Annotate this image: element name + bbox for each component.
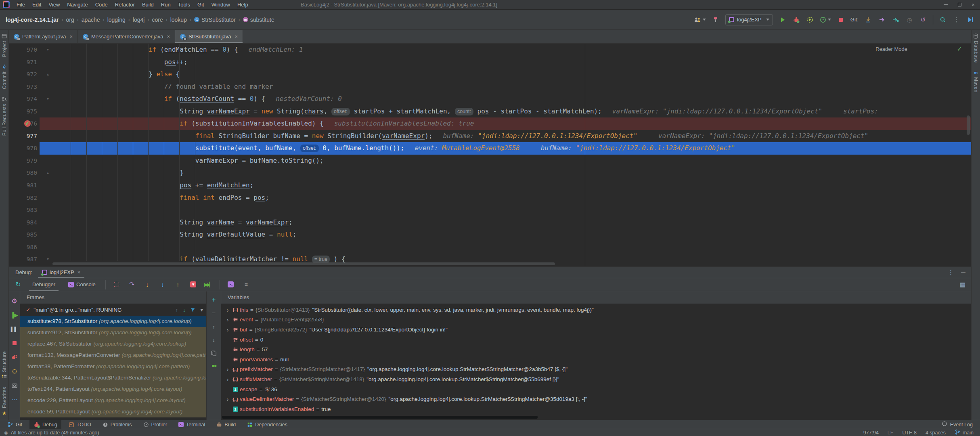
thread-dump-button[interactable] <box>10 381 19 390</box>
tab-debugger[interactable]: Debugger <box>29 278 59 291</box>
stop-button[interactable] <box>837 15 845 25</box>
remove-watch-button[interactable]: − <box>209 309 218 318</box>
drop-frame-button[interactable]: ▼ <box>189 280 198 289</box>
run-button[interactable] <box>779 15 787 25</box>
variable-row[interactable]: priorVariables=null <box>221 354 971 365</box>
code-line-984[interactable]: 984 String varName = varNameExpr; <box>9 216 971 229</box>
step-over-button[interactable]: ↷ <box>128 280 136 289</box>
menu-help[interactable]: Help <box>234 0 252 10</box>
toolwindow-button-git[interactable]: Git <box>3 420 26 429</box>
frame-row[interactable]: encode:229, PatternLayout (org.apache.lo… <box>20 395 206 406</box>
step-into-button[interactable]: ↓ <box>143 280 152 289</box>
sidebar-item-database[interactable]: Database <box>973 30 979 67</box>
build-project-button[interactable] <box>712 15 720 25</box>
code-line-978[interactable]: 978 substitute(event, bufName, offset: 0… <box>9 142 971 155</box>
history-button[interactable]: ◷ <box>905 15 913 25</box>
editor-vertical-scrollbar[interactable] <box>967 115 970 135</box>
breakpoint-icon[interactable] <box>24 120 31 127</box>
expand-arrow-icon[interactable]: › <box>224 306 231 313</box>
tab-console[interactable]: >_Console <box>65 278 99 291</box>
debug-button[interactable] <box>792 15 800 25</box>
menu-navigate[interactable]: Navigate <box>63 0 91 10</box>
event-log-button[interactable]: Event Log <box>942 421 980 428</box>
settings-button[interactable]: ⚙ <box>10 296 19 305</box>
fold-collapse-icon[interactable]: ▾ <box>47 93 49 105</box>
fold-collapse-icon[interactable]: ▾ <box>47 253 49 266</box>
code-editor[interactable]: 970▾ if (endMatchLen == 0) {endMatchLen:… <box>9 44 971 266</box>
code-line-980[interactable]: 980▴ } <box>9 167 971 179</box>
breadcrumb-item-strsubstitutor[interactable]: CStrSubstitutor <box>194 17 236 23</box>
update-project-button[interactable] <box>864 15 872 25</box>
inspection-ok-icon[interactable]: ✓ <box>957 45 962 53</box>
variable-row[interactable]: ›{..}valueDelimiterMatcher={StrMatcher$S… <box>221 394 971 404</box>
variable-row[interactable]: ›{..}this={StrSubstitutor@1413}"StrSubst… <box>221 305 971 315</box>
code-line-976[interactable]: 976 if (substitutionInVariablesEnabled) … <box>9 117 971 130</box>
tab-messagepatternconverter[interactable]: CMessagePatternConverter.java× <box>78 30 175 43</box>
debug-options-kebab-icon[interactable]: ⋮ <box>948 269 954 276</box>
window-maximize-button[interactable] <box>953 0 966 10</box>
breadcrumb-item-substitute[interactable]: msubstitute <box>243 17 274 23</box>
hide-tool-windows-button[interactable] <box>966 15 974 25</box>
encoding-widget[interactable]: UTF-8 <box>902 430 916 436</box>
variable-row[interactable]: ›{..}suffixMatcher={StrMatcher$StringMat… <box>221 374 971 384</box>
window-close-button[interactable]: × <box>966 0 980 10</box>
rollback-button[interactable]: ↺ <box>919 15 927 25</box>
frame-row[interactable]: substitute:912, StrSubstitutor (org.apac… <box>20 327 206 338</box>
breadcrumb-item-log4j[interactable]: log4j <box>133 17 145 23</box>
menu-file[interactable]: File <box>13 0 29 10</box>
code-line-971[interactable]: 971 pos++; <box>9 56 971 69</box>
variable-row[interactable]: 1escape='$' 36 <box>221 384 971 394</box>
more-actions-button[interactable]: ⋮ <box>953 15 961 25</box>
variable-row[interactable]: offset=0 <box>221 335 971 345</box>
rerun-debug-button[interactable]: ↻ <box>14 280 23 289</box>
search-everywhere-button[interactable] <box>939 15 947 25</box>
chevron-down-icon[interactable]: ▾ <box>200 307 203 313</box>
frame-row[interactable]: replace:467, StrSubstitutor (org.apache.… <box>20 338 206 350</box>
sidebar-item-project[interactable]: Project <box>2 30 7 61</box>
breadcrumb-item-lookup[interactable]: lookup <box>170 17 187 23</box>
layout-settings-icon[interactable]: ▦ <box>960 281 965 288</box>
code-line-979[interactable]: 979 varNameExpr = bufName.toString(); <box>9 155 971 167</box>
fold-expand-icon[interactable]: ▴ <box>47 167 49 179</box>
menu-refactor[interactable]: Refactor <box>111 0 138 10</box>
frame-row[interactable]: toText:244, PatternLayout (org.apache.lo… <box>20 384 206 395</box>
expand-arrow-icon[interactable]: › <box>224 396 231 402</box>
previous-occurrence-button[interactable]: ↑ <box>209 322 218 331</box>
commit-and-push-button[interactable] <box>892 15 900 25</box>
code-line-974[interactable]: 974▾ if (nestedVarCount == 0) {nestedVar… <box>9 93 971 105</box>
expand-arrow-icon[interactable]: › <box>224 326 231 333</box>
variable-row[interactable]: length=57 <box>221 344 971 354</box>
profiler-button[interactable] <box>820 15 831 25</box>
toolwindow-button-debug[interactable]: Debug <box>29 420 61 429</box>
code-line-982[interactable]: 982 final int endPos = pos; <box>9 192 971 204</box>
thread-selector[interactable]: ✓"main"@1 in gro..."main": RUNNING↑↓▾ <box>20 304 206 316</box>
hide-library-frames-icon[interactable] <box>190 307 195 313</box>
menu-code[interactable]: Code <box>92 0 111 10</box>
expand-arrow-icon[interactable]: › <box>224 376 231 383</box>
collaborators-button[interactable] <box>694 15 706 25</box>
menu-git[interactable]: Git <box>194 0 208 10</box>
close-icon[interactable]: × <box>167 34 170 40</box>
breadcrumb-item-apache[interactable]: apache <box>82 17 100 23</box>
variable-row[interactable]: ›buf={StringBuilder@2572}"User ${jndi:ld… <box>221 325 971 335</box>
run-to-cursor-button[interactable]: ▶▶▏ <box>204 280 213 289</box>
frame-row[interactable]: substitute:978, StrSubstitutor (org.apac… <box>20 316 206 327</box>
run-with-coverage-button[interactable] <box>806 15 814 25</box>
view-options-button[interactable]: ≡ <box>242 280 251 289</box>
toolwindow-button-build[interactable]: Build <box>212 420 240 429</box>
code-line-972[interactable]: 972▴ } else { <box>9 68 971 81</box>
line-ending-widget[interactable]: LF <box>888 430 894 436</box>
code-line-975[interactable]: 975 String varNameExpr = new String(char… <box>9 105 971 118</box>
sidebar-item-maven[interactable]: mMaven <box>973 67 979 96</box>
force-step-into-button[interactable]: ↓ <box>158 280 167 289</box>
variable-row[interactable]: ›{..}prefixMatcher={StrMatcher$StringMat… <box>221 365 971 375</box>
toolwindow-button-dependencies[interactable]: Dependencies <box>243 420 291 429</box>
push-button[interactable] <box>878 15 886 25</box>
sidebar-item-commit[interactable]: Commit <box>2 61 7 93</box>
window-minimize-button[interactable] <box>939 0 953 10</box>
breadcrumb-item-org[interactable]: org <box>66 17 74 23</box>
pause-button[interactable]: ▌▌ <box>10 325 19 333</box>
fold-expand-icon[interactable]: ▴ <box>47 68 49 81</box>
code-line-986[interactable]: 986 <box>9 241 971 254</box>
evaluate-expression-button[interactable]: >_ <box>226 280 235 289</box>
